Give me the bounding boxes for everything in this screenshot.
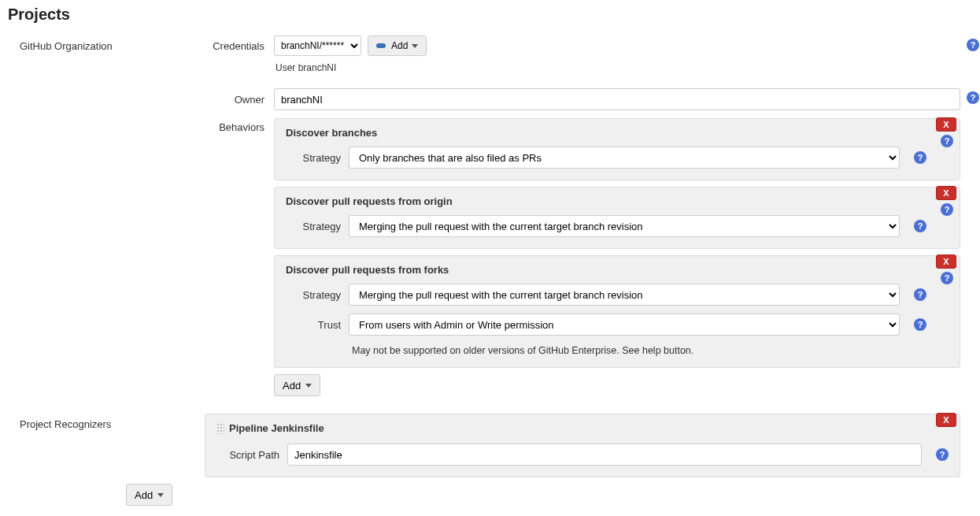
- help-icon[interactable]: ?: [914, 288, 926, 301]
- add-credentials-button[interactable]: Add: [368, 35, 427, 56]
- help-icon[interactable]: ?: [914, 318, 926, 331]
- script-path-input[interactable]: [287, 444, 922, 466]
- behavior-title: Discover branches: [286, 127, 949, 139]
- credentials-user-hint: User branchNI: [274, 59, 336, 81]
- behavior-card: X ? Discover pull requests from origin S…: [274, 187, 960, 249]
- help-icon[interactable]: ?: [941, 135, 953, 147]
- strategy-label: Strategy: [286, 221, 341, 232]
- delete-button[interactable]: X: [936, 413, 956, 427]
- strategy-label: Strategy: [286, 152, 341, 164]
- behaviors-label: Behaviors: [205, 118, 274, 133]
- behavior-card: X ? Discover branches Strategy Only bran…: [274, 118, 960, 180]
- help-icon[interactable]: ?: [936, 448, 949, 461]
- strategy-select[interactable]: Only branches that are also filed as PRs: [349, 147, 900, 169]
- trust-select[interactable]: From users with Admin or Write permissio…: [349, 314, 900, 336]
- caret-icon: [305, 384, 312, 388]
- recognizers-label: Project Recognizers: [8, 414, 205, 430]
- add-credentials-label: Add: [391, 40, 408, 51]
- behavior-title: Discover pull requests from forks: [286, 264, 949, 276]
- help-icon[interactable]: ?: [967, 39, 979, 51]
- delete-button[interactable]: X: [936, 254, 956, 269]
- key-icon: [376, 43, 386, 48]
- github-org-label: GitHub Organization: [8, 35, 205, 52]
- owner-input[interactable]: [274, 88, 960, 110]
- strategy-select[interactable]: Merging the pull request with the curren…: [349, 215, 900, 237]
- credentials-select[interactable]: branchNI/******: [274, 35, 361, 56]
- behavior-title: Discover pull requests from origin: [286, 195, 949, 207]
- credentials-label: Credentials: [205, 40, 274, 52]
- script-path-label: Script Path: [216, 449, 279, 461]
- owner-label: Owner: [205, 94, 274, 106]
- recognizer-title: Pipeline Jenkinsfile: [229, 422, 324, 434]
- add-label: Add: [135, 489, 153, 501]
- help-icon[interactable]: ?: [941, 203, 953, 216]
- help-icon[interactable]: ?: [967, 91, 979, 104]
- delete-button[interactable]: X: [936, 117, 956, 132]
- strategy-select[interactable]: Merging the pull request with the curren…: [349, 284, 900, 306]
- caret-icon: [412, 44, 418, 48]
- behavior-card: X ? Discover pull requests from forks St…: [274, 255, 960, 368]
- recognizers-add-button[interactable]: Add: [126, 484, 172, 506]
- behaviors-add-button[interactable]: Add: [274, 374, 320, 396]
- strategy-label: Strategy: [286, 289, 341, 301]
- caret-icon: [157, 493, 164, 497]
- projects-heading: Projects: [8, 6, 972, 24]
- recognizer-card: X Pipeline Jenkinsfile Script Path ?: [205, 414, 960, 477]
- help-icon[interactable]: ?: [914, 220, 926, 232]
- add-label: Add: [283, 380, 301, 392]
- drag-handle-icon[interactable]: [216, 423, 224, 434]
- delete-button[interactable]: X: [936, 186, 956, 200]
- help-icon[interactable]: ?: [914, 151, 926, 164]
- trust-note: May not be supported on older versions o…: [352, 343, 949, 356]
- trust-label: Trust: [286, 319, 341, 331]
- help-icon[interactable]: ?: [941, 272, 953, 284]
